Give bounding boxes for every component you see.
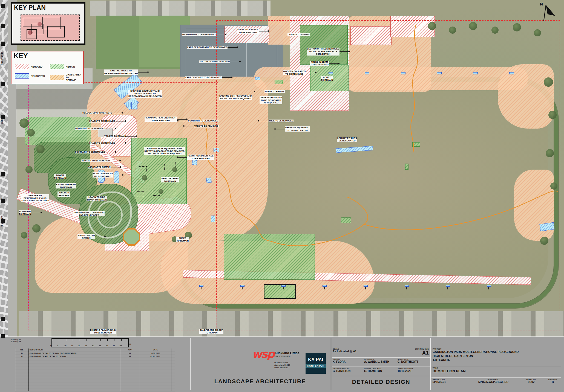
plan-annotation: FOOTPATH TO BE REMOVED — [199, 60, 230, 63]
grass-swatch-icon — [50, 75, 64, 80]
tree-canopy — [172, 167, 177, 172]
paper-ruler-label: Paper units — [1, 52, 3, 65]
north-arrow: N — [538, 2, 557, 22]
revision-row — [15, 370, 175, 373]
tree-canopy — [32, 224, 41, 233]
revision-cell — [15, 379, 29, 382]
key-title: KEY — [14, 52, 83, 60]
plan-annotation: COURTS TO REMAIN — [287, 33, 310, 36]
revision-cell — [29, 361, 121, 364]
relocated-bench — [509, 72, 514, 74]
wsp-logo: wsp — [252, 350, 274, 358]
divider — [331, 338, 331, 390]
scale-bar: 05101520253035404550 — [51, 338, 129, 347]
plan-annotation: FOOTPATH TO REMAIN — [19, 210, 31, 215]
tree-canopy — [540, 237, 548, 245]
number-revision: REVISION B — [545, 379, 561, 384]
registration-mark — [1, 82, 5, 86]
revision-cell — [121, 358, 139, 361]
tree-canopy — [428, 22, 436, 30]
divider — [430, 338, 431, 390]
revision-cell — [15, 358, 29, 361]
plan-annotation: EXISTING TREES TO BE RETAINED AND PROTEC… — [104, 69, 138, 75]
registration-mark — [1, 219, 5, 223]
plan-annotation: EXERCISE EQUIPMENT AND BENCH SEATING TO … — [128, 90, 162, 98]
plan-annotation: RELOCATED CRICKET NETS — [82, 112, 112, 114]
plan-annotation: EXISTING SIGN REMOVED AND RE-INSTALLED A… — [219, 95, 252, 100]
revision-cell: A — [15, 355, 29, 358]
plan-annotation: SECTION OF FENCE TO BE REMOVED — [237, 28, 259, 34]
tree-canopy — [548, 111, 557, 119]
office-phone: +64 9 355 9500 — [274, 355, 299, 358]
tree-canopy — [534, 29, 541, 36]
rule — [431, 366, 561, 366]
tree-canopy — [159, 189, 163, 194]
revision-cell — [121, 367, 139, 370]
number-project: PROJECT NO. 5P1605.01 — [433, 379, 446, 384]
relocated-bench — [437, 72, 442, 74]
revision-cell — [121, 385, 139, 388]
plan-annotation: TREE TO BE REMOVED — [194, 125, 219, 127]
revision-cell — [121, 376, 139, 379]
north-label: N — [540, 2, 543, 6]
revision-cell — [121, 370, 139, 373]
relocated-bench — [473, 72, 478, 74]
revision-cell — [139, 382, 171, 385]
field-original-size: ORIGINAL SIZE A1 — [405, 348, 429, 356]
plan-annotation: CONCRETE BENCHES — [57, 191, 70, 197]
office-name: Auckland Office — [274, 351, 299, 355]
plan-annotation: EXERCISE EQUIPMENT TO BE RELOCATED — [285, 126, 310, 132]
project-block: PROJECT CARRINGTON PARK MULTI-GENERATION… — [433, 348, 519, 362]
plan-annotation: TREES IN BERM TO BE REMOVED — [310, 61, 329, 66]
revision-row — [15, 364, 175, 367]
revision-cell — [139, 388, 171, 391]
phase-title: DETAILED DESIGN — [332, 379, 430, 385]
relocated-swatch-icon — [15, 73, 29, 79]
relocated-bench — [365, 72, 369, 74]
revision-row — [15, 388, 175, 391]
plan-annotation: LEARN TO RIDE TRACK TO REMAIN — [87, 196, 107, 201]
revision-cell — [139, 379, 171, 382]
revision-row — [15, 361, 175, 364]
tree-canopy — [21, 232, 27, 239]
tree-canopy — [550, 182, 557, 190]
plan-annotation: SECTION OF TREES REMOVED TO ALLOW FOR NE… — [307, 48, 339, 56]
plan-annotation: WOODEN BOLLARDS TO BE REMOVED — [283, 70, 306, 75]
key-item-removed: REMOVED — [15, 64, 42, 69]
rule — [332, 367, 430, 367]
title-block: 1:250 @ A1 1:500 @ A3 051015202530354045… — [0, 336, 564, 392]
tree-canopy — [27, 129, 35, 137]
tree-canopy — [491, 27, 499, 34]
revision-cell — [29, 382, 121, 385]
rule — [332, 357, 430, 358]
revision-cell — [121, 382, 139, 385]
plan-annotation: TOWER TO REMAIN — [54, 174, 66, 179]
plan-annotation: FOOTPATH TO BE REMOVED — [188, 120, 218, 122]
plan-annotation: DRINKING FOUNTAIN TO BE RELOCATED AS REQ… — [260, 96, 282, 104]
revision-cell — [29, 388, 121, 391]
rule — [332, 376, 430, 376]
revision-header-cell: APP — [121, 349, 139, 352]
plan-annotation: GRASS TO BE REMOVED — [89, 142, 116, 144]
revision-cell — [29, 373, 121, 376]
revision-row — [15, 385, 175, 388]
field-scale: SCALE As Indicated @ A1 — [333, 348, 356, 353]
revision-header-cell: DATE — [139, 349, 171, 352]
registration-mark — [1, 317, 5, 321]
revision-cell: KL — [121, 355, 139, 358]
revision-cell — [139, 361, 171, 364]
tree-canopy — [544, 77, 553, 87]
rule — [431, 378, 561, 378]
revision-cell — [139, 370, 171, 373]
annotation-layer: GARDEN BED TO BE REMOVEDPART OF FOOTPATH… — [8, 0, 564, 336]
sheet-title-block: TITLE DEMOLITION PLAN — [433, 367, 466, 373]
scale-tick: 50 — [121, 339, 128, 347]
plan-annotation: COURT TO REMAIN — [321, 76, 333, 81]
tree-canopy — [25, 166, 33, 173]
plan-annotation: TABLE TO REMAIN — [264, 90, 285, 93]
plan-annotation: PART OF FOOTPATH TO BE REMOVED — [187, 46, 228, 49]
revision-cell — [139, 376, 171, 379]
revision-cell: 18.10.2023 — [139, 352, 171, 355]
revision-table: No.DESCRIPTIONAPPDATEBISSUED FOR DETAILE… — [15, 349, 175, 391]
revision-cell — [139, 373, 171, 376]
